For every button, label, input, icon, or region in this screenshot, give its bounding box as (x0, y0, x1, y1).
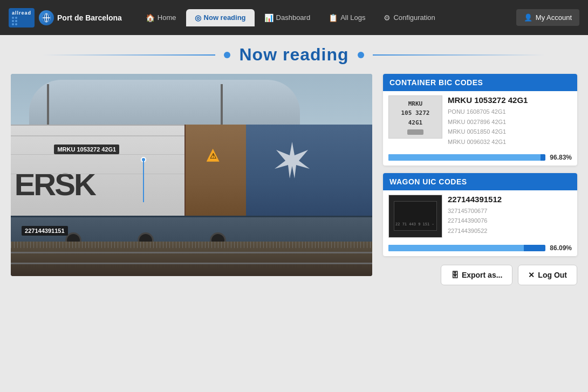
container-code-info: MRKU 1053272 42G1 PONU 1608705 42G1 MRKU… (448, 95, 572, 147)
container-secondary-codes: PONU 1608705 42G1 MRKU 0027896 42G1 MRKU… (448, 107, 572, 147)
camera-feed: ERSK ⚠ (11, 74, 372, 276)
brand-logo: allread Port de Barcelona (9, 8, 122, 27)
container-primary-code: MRKU 1053272 42G1 (448, 95, 572, 105)
main-content: ERSK ⚠ (0, 74, 588, 285)
tab-now-reading[interactable]: ◎ Now reading (186, 9, 255, 26)
container-detection-label: MRKU 1053272 42G1 (54, 145, 119, 154)
container-detection-line (143, 159, 144, 202)
logout-button[interactable]: ✕ Log Out (518, 265, 577, 285)
container-bic-card: CONTAINER BIC CODES MRKU 105 3272 42G1 M… (383, 74, 577, 166)
container-bic-header: CONTAINER BIC CODES (383, 74, 577, 91)
wagon-primary-code: 227144391512 (448, 195, 572, 204)
nav-right: 👤 My Account (516, 9, 579, 26)
tab-home[interactable]: 🏠 Home (137, 9, 185, 26)
page-title: Now reading (239, 45, 348, 65)
export-icon: 🗄 (451, 271, 459, 279)
wagon-uic-header: WAGON UIC CODES (383, 173, 577, 190)
export-button[interactable]: 🗄 Export as... (441, 265, 512, 285)
wagon-confidence-bar (388, 245, 545, 251)
wagon-uic-body: 22 71 443 9 151 - 227144391512 327145700… (383, 190, 577, 242)
page-header: Now reading (0, 35, 588, 71)
wagon-confidence-label: 86.09% (550, 244, 572, 252)
container-bic-body: MRKU 105 3272 42G1 MRKU 1053272 42G1 PON… (383, 91, 577, 152)
wagon-code-info: 227144391512 327145700677 227144390076 2… (448, 195, 572, 236)
header-line-left (43, 54, 215, 56)
ersk-text: ERSK (15, 166, 95, 202)
bottom-actions: 🗄 Export as... ✕ Log Out (383, 265, 577, 285)
header-dot-left (224, 52, 230, 58)
wagon-uic-card: WAGON UIC CODES 22 71 443 9 151 - 227144… (383, 173, 577, 256)
header-dot-right (358, 52, 364, 58)
account-button[interactable]: 👤 My Account (516, 9, 579, 26)
wagon-detection-label: 227144391151 (22, 226, 67, 236)
camera-background: ERSK ⚠ (11, 74, 372, 276)
maersk-star (272, 139, 312, 180)
container-confidence-fill (388, 154, 541, 161)
maersk-container: ERSK (11, 125, 192, 222)
port-icon (39, 10, 54, 25)
fence (11, 242, 372, 248)
tab-all-logs[interactable]: 📋 All Logs (320, 9, 374, 26)
tab-dashboard[interactable]: 📊 Dashboard (256, 9, 319, 26)
wagon-uic-footer: 86.09% (383, 242, 577, 256)
tab-configuration[interactable]: ⚙ Configuration (375, 9, 443, 26)
container-thumbnail: MRKU 105 3272 42G1 (388, 95, 442, 139)
nav-tabs: 🏠 Home ◎ Now reading 📊 Dashboard 📋 All L… (137, 9, 444, 26)
home-icon: 🏠 (146, 13, 155, 22)
right-panel: CONTAINER BIC CODES MRKU 105 3272 42G1 M… (383, 74, 577, 285)
port-de-barcelona-logo: Port de Barcelona (39, 10, 122, 25)
now-reading-icon: ◎ (195, 13, 201, 22)
allread-logo: allread (9, 8, 35, 27)
blue-container (246, 125, 373, 222)
logout-icon: ✕ (528, 271, 535, 279)
wagon-secondary-codes: 327145700677 227144390076 227144390522 (448, 206, 572, 236)
container-bic-footer: 96.83% (383, 152, 577, 166)
wagon-confidence-fill (388, 245, 524, 251)
svg-marker-4 (275, 142, 310, 178)
wagon-thumbnail: 22 71 443 9 151 - (388, 195, 442, 238)
dashboard-icon: 📊 (264, 13, 274, 22)
container-confidence-label: 96.83% (550, 154, 572, 161)
all-logs-icon: 📋 (329, 13, 338, 22)
account-icon: 👤 (524, 13, 532, 22)
top-nav: allread Port de Barcelona 🏠 Hom (0, 0, 588, 35)
header-line-right (373, 54, 545, 56)
container-confidence-bar (388, 154, 545, 161)
configuration-icon: ⚙ (384, 13, 391, 22)
